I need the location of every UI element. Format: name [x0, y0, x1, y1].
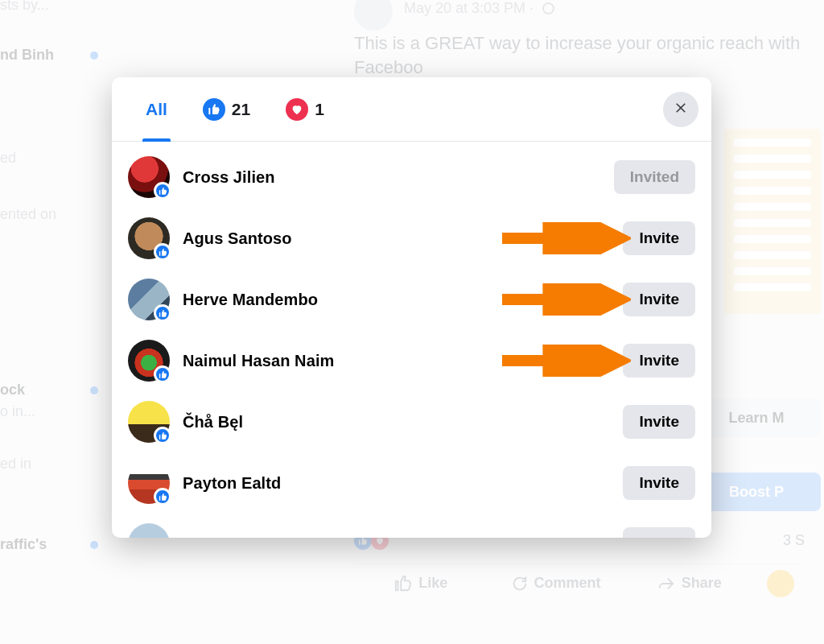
like-icon [154, 304, 171, 322]
tab-like[interactable]: 21 [185, 77, 268, 141]
love-icon [286, 98, 308, 121]
tab-love-count: 1 [315, 100, 324, 119]
tab-all-label: All [146, 100, 167, 119]
person-row: Naimul Hasan NaimInvite [112, 330, 711, 391]
person-row: Agus SantosoInvite [112, 208, 711, 269]
reactions-tabs: All 21 1 [112, 77, 711, 142]
invite-button[interactable]: Invite [623, 527, 695, 538]
people-list: Cross JilienInvitedAgus SantosoInviteHer… [112, 142, 711, 538]
person-row: Cross JilienInvited [112, 147, 711, 208]
invite-button[interactable]: Invite [623, 221, 695, 255]
like-icon [154, 488, 171, 506]
tab-love[interactable]: 1 [268, 77, 342, 141]
avatar[interactable] [128, 401, 170, 443]
invite-button[interactable]: Invite [623, 283, 695, 316]
like-icon [154, 427, 171, 444]
avatar[interactable] [128, 523, 170, 538]
person-name[interactable]: Čhå Bęl [183, 413, 623, 431]
person-name[interactable]: Cross Jilien [183, 168, 614, 187]
person-row: Herve MandemboInvite [112, 269, 711, 330]
avatar[interactable] [128, 279, 170, 320]
person-name[interactable]: Payton Ealtd [183, 474, 623, 493]
person-name[interactable]: Naimul Hasan Naim [183, 352, 623, 370]
person-row: Leidy JhoInvite [112, 514, 711, 538]
like-icon [203, 98, 225, 121]
like-icon [154, 365, 171, 383]
person-name[interactable]: Agus Santoso [183, 229, 623, 248]
invite-button[interactable]: Invite [623, 344, 695, 378]
tab-like-count: 21 [232, 100, 250, 119]
person-row: Payton EaltdInvite [112, 452, 711, 514]
close-icon [673, 100, 689, 119]
close-button[interactable] [663, 92, 698, 127]
like-icon [154, 182, 171, 200]
reactions-modal: All 21 1 Cross JilienInvitedAgus Santoso… [112, 77, 711, 538]
person-row: Čhå BęlInvite [112, 391, 711, 452]
avatar[interactable] [128, 462, 170, 504]
person-name[interactable]: Leidy Jho [183, 535, 623, 539]
person-name[interactable]: Herve Mandembo [183, 291, 623, 309]
avatar[interactable] [128, 156, 170, 198]
avatar[interactable] [128, 217, 170, 259]
tab-all[interactable]: All [128, 77, 185, 141]
like-icon [154, 243, 171, 261]
invite-button[interactable]: Invite [623, 466, 695, 500]
avatar[interactable] [128, 340, 170, 382]
invited-button: Invited [614, 160, 695, 194]
invite-button[interactable]: Invite [623, 405, 695, 439]
